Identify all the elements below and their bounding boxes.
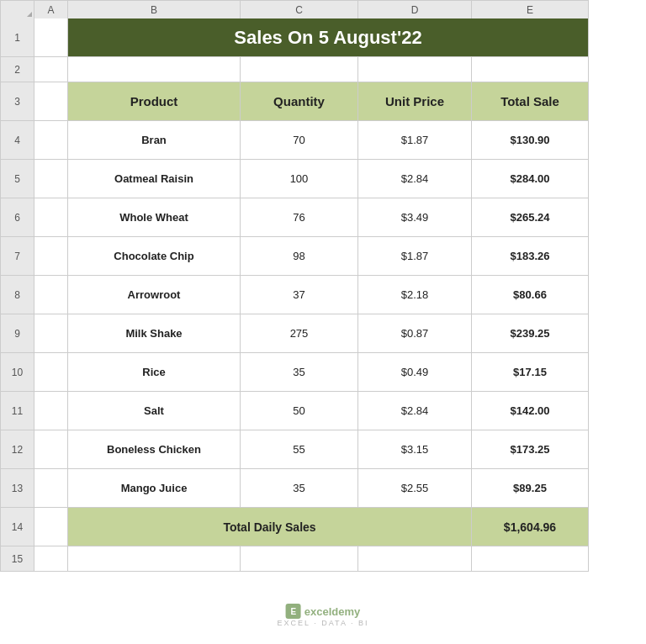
cell-quantity-6[interactable]: 35: [240, 353, 357, 392]
cell-total-sale-1[interactable]: $284.00: [471, 160, 589, 198]
cell-quantity-8[interactable]: 55: [240, 430, 357, 469]
cell-quantity-1[interactable]: 100: [240, 160, 357, 198]
cell-a12[interactable]: [34, 430, 67, 469]
cell-quantity-2[interactable]: 76: [240, 198, 357, 237]
cell-a11[interactable]: [34, 392, 67, 430]
footer-value: $1,604.96: [471, 508, 589, 546]
cell-unit-price-2[interactable]: $3.49: [357, 198, 471, 237]
cell-unit-price-9[interactable]: $2.55: [357, 469, 471, 508]
cell-a2[interactable]: [34, 57, 67, 82]
cell-product-5[interactable]: Milk Shake: [67, 314, 240, 353]
cell-product-0[interactable]: Bran: [67, 121, 240, 160]
cell-d2[interactable]: [357, 57, 471, 82]
row-num-14: 14: [0, 508, 34, 546]
row-4: 4 Bran 70 $1.87 $130.90: [0, 121, 646, 160]
cell-a13[interactable]: [34, 469, 67, 508]
cell-c2[interactable]: [240, 57, 357, 82]
cell-b2[interactable]: [67, 57, 240, 82]
cell-total-sale-2[interactable]: $265.24: [471, 198, 589, 237]
cell-quantity-5[interactable]: 275: [240, 314, 357, 353]
cell-product-8[interactable]: Boneless Chicken: [67, 430, 240, 469]
col-header-b: B: [67, 0, 240, 18]
spreadsheet-container: A B C D E 1 Sales On 5 August'22 2 3 Pro…: [0, 0, 646, 644]
cell-d15[interactable]: [357, 546, 471, 572]
cell-product-2[interactable]: Whole Wheat: [67, 198, 240, 237]
cell-product-1[interactable]: Oatmeal Raisin: [67, 160, 240, 198]
header-product: Product: [67, 82, 240, 121]
row-num-6: 6: [0, 198, 34, 237]
row-10: 10 Rice 35 $0.49 $17.15: [0, 353, 646, 392]
cell-total-sale-5[interactable]: $239.25: [471, 314, 589, 353]
cell-a6[interactable]: [34, 198, 67, 237]
row-8: 8 Arrowroot 37 $2.18 $80.66: [0, 276, 646, 314]
cell-total-sale-8[interactable]: $173.25: [471, 430, 589, 469]
cell-total-sale-0[interactable]: $130.90: [471, 121, 589, 160]
cell-a4[interactable]: [34, 121, 67, 160]
col-header-c: C: [240, 0, 357, 18]
cell-a15[interactable]: [34, 546, 67, 572]
row-13: 13 Mango Juice 35 $2.55 $89.25: [0, 469, 646, 508]
col-header-e: E: [471, 0, 589, 18]
cell-b15[interactable]: [67, 546, 240, 572]
row-5: 5 Oatmeal Raisin 100 $2.84 $284.00: [0, 160, 646, 198]
row-num-10: 10: [0, 353, 34, 392]
cell-a5[interactable]: [34, 160, 67, 198]
header-unit-price: Unit Price: [357, 82, 471, 121]
row-num-1: 1: [0, 18, 34, 57]
cell-a10[interactable]: [34, 353, 67, 392]
cell-total-sale-7[interactable]: $142.00: [471, 392, 589, 430]
cell-total-sale-4[interactable]: $80.66: [471, 276, 589, 314]
cell-a7[interactable]: [34, 237, 67, 276]
cell-product-7[interactable]: Salt: [67, 392, 240, 430]
row-3: 3 Product Quantity Unit Price Total Sale: [0, 82, 646, 121]
cell-c15[interactable]: [240, 546, 357, 572]
row-7: 7 Chocolate Chip 98 $1.87 $183.26: [0, 237, 646, 276]
row-num-8: 8: [0, 276, 34, 314]
cell-total-sale-9[interactable]: $89.25: [471, 469, 589, 508]
cell-product-3[interactable]: Chocolate Chip: [67, 237, 240, 276]
row-9: 9 Milk Shake 275 $0.87 $239.25: [0, 314, 646, 353]
cell-product-9[interactable]: Mango Juice: [67, 469, 240, 508]
cell-total-sale-3[interactable]: $183.26: [471, 237, 589, 276]
cell-a9[interactable]: [34, 314, 67, 353]
col-header-a: A: [34, 0, 67, 18]
row-14: 14 Total Daily Sales $1,604.96: [0, 508, 646, 546]
cell-e15[interactable]: [471, 546, 589, 572]
row-6: 6 Whole Wheat 76 $3.49 $265.24: [0, 198, 646, 237]
row-1: 1 Sales On 5 August'22: [0, 18, 646, 57]
cell-quantity-3[interactable]: 98: [240, 237, 357, 276]
cell-quantity-9[interactable]: 35: [240, 469, 357, 508]
cell-quantity-0[interactable]: 70: [240, 121, 357, 160]
header-quantity: Quantity: [240, 82, 357, 121]
cell-product-6[interactable]: Rice: [67, 353, 240, 392]
cell-a14[interactable]: [34, 508, 67, 546]
footer-label: Total Daily Sales: [67, 508, 471, 546]
cell-a1[interactable]: [34, 18, 67, 57]
cell-unit-price-0[interactable]: $1.87: [357, 121, 471, 160]
cell-total-sale-6[interactable]: $17.15: [471, 353, 589, 392]
cell-a8[interactable]: [34, 276, 67, 314]
cell-unit-price-4[interactable]: $2.18: [357, 276, 471, 314]
cell-product-4[interactable]: Arrowroot: [67, 276, 240, 314]
cell-a3[interactable]: [34, 82, 67, 121]
row-num-5: 5: [0, 160, 34, 198]
cell-unit-price-5[interactable]: $0.87: [357, 314, 471, 353]
cell-unit-price-7[interactable]: $2.84: [357, 392, 471, 430]
cell-unit-price-8[interactable]: $3.15: [357, 430, 471, 469]
cell-quantity-7[interactable]: 50: [240, 392, 357, 430]
row-num-9: 9: [0, 314, 34, 353]
cell-quantity-4[interactable]: 37: [240, 276, 357, 314]
row-num-13: 13: [0, 469, 34, 508]
watermark: E exceldemy EXCEL · DATA · BI: [278, 604, 369, 627]
cell-unit-price-6[interactable]: $0.49: [357, 353, 471, 392]
row-num-7: 7: [0, 237, 34, 276]
header-total-sale: Total Sale: [471, 82, 589, 121]
row-15: 15: [0, 546, 646, 572]
col-header-d: D: [357, 0, 471, 18]
row-num-4: 4: [0, 121, 34, 160]
cell-unit-price-1[interactable]: $2.84: [357, 160, 471, 198]
cell-unit-price-3[interactable]: $1.87: [357, 237, 471, 276]
watermark-logo: exceldemy: [304, 605, 361, 618]
row-num-2: 2: [0, 57, 34, 82]
cell-e2[interactable]: [471, 57, 589, 82]
